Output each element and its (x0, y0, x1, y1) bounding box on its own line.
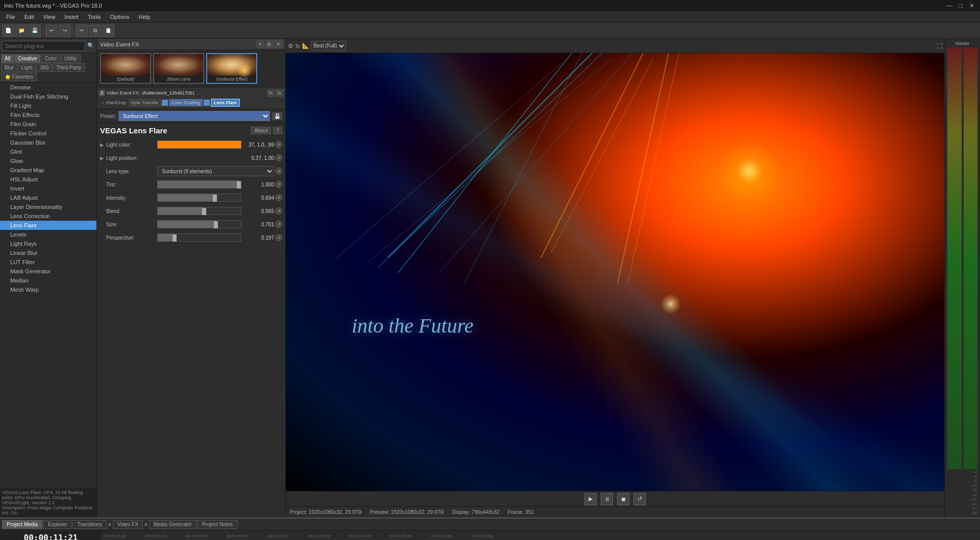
light-color-swatch[interactable] (157, 140, 241, 149)
tab-transitions[interactable]: Transitions (72, 520, 107, 529)
plugin-glow[interactable]: Glow (0, 156, 96, 166)
menu-file[interactable]: File (2, 13, 19, 21)
menu-view[interactable]: View (39, 13, 60, 21)
plugin-mask-gen[interactable]: Mask Generator (0, 267, 96, 276)
perspective-slider[interactable] (157, 233, 241, 242)
tab-utility[interactable]: Utility (61, 54, 80, 63)
thumb-35mm[interactable]: 35mm Lens (153, 53, 204, 84)
window-controls[interactable]: — □ ✕ (945, 2, 976, 9)
plugin-dual-fish-eye[interactable]: Dual Fish Eye Stitching (0, 92, 96, 101)
tab-creative[interactable]: Creative (14, 54, 40, 63)
plugin-flicker-control[interactable]: Flicker Control (0, 129, 96, 138)
light-pos-reset[interactable]: ↺ (275, 154, 282, 161)
preview-full-btn[interactable]: ⛶ (937, 43, 942, 49)
redo-btn[interactable]: ↪ (59, 25, 71, 37)
search-input[interactable] (2, 41, 85, 51)
lf-help-btn[interactable]: ? (273, 127, 282, 134)
perspective-thumb[interactable] (173, 234, 177, 242)
fx-close-icon[interactable]: ✕ (274, 40, 282, 48)
tab-color[interactable]: Color (41, 54, 60, 63)
preset-save-btn[interactable]: 💾 (272, 112, 282, 120)
plugin-lens-flare[interactable]: Lens Flare (0, 221, 96, 230)
size-reset[interactable]: ↺ (275, 221, 282, 228)
videofx-close[interactable]: ✕ (144, 522, 148, 527)
menu-help[interactable]: Help (134, 13, 154, 21)
thumb-sunburst[interactable]: Sunburst Effect (206, 53, 257, 84)
tab-third-party[interactable]: Third Party (53, 63, 85, 72)
menu-edit[interactable]: Edit (20, 13, 38, 21)
search-icon[interactable]: 🔍 (87, 42, 94, 49)
fx-color-grading-tab[interactable]: Color Grading (169, 99, 203, 106)
tab-light[interactable]: Light (18, 63, 36, 72)
lens-type-select[interactable]: Sunburst (8 elements) (157, 166, 274, 176)
plugin-lens-correction[interactable]: Lens Correction (0, 212, 96, 221)
tint-thumb[interactable] (237, 181, 241, 189)
lens-type-reset[interactable]: ↺ (275, 168, 282, 175)
plugin-hsl-adjust[interactable]: HSL Adjust (0, 175, 96, 184)
minimize-btn[interactable]: — (945, 2, 953, 9)
tab-blur[interactable]: Blur (1, 63, 17, 72)
play-btn[interactable]: ▶ (584, 493, 597, 505)
menu-insert[interactable]: Insert (60, 13, 83, 21)
menu-options[interactable]: Options (106, 13, 134, 21)
maximize-btn[interactable]: □ (957, 2, 965, 9)
color-grading-checkbox[interactable] (162, 100, 168, 106)
fx-pan-crop-btn[interactable]: → Pan/Crop (99, 100, 128, 106)
preview-quality-select[interactable]: Best (Full) (311, 41, 346, 51)
tint-slider[interactable] (157, 180, 241, 189)
size-slider[interactable] (157, 220, 241, 228)
plugin-gaussian-blur[interactable]: Gaussian Blur (0, 138, 96, 147)
plugin-layer-dim[interactable]: Layer Dimensionality (0, 202, 96, 212)
open-btn[interactable]: 📁 (15, 25, 28, 37)
lf-about-btn[interactable]: About (251, 127, 271, 134)
stop-btn[interactable]: ⏹ (617, 493, 629, 505)
plugin-film-grain[interactable]: Film Grain (0, 120, 96, 129)
close-btn[interactable]: ✕ (968, 2, 976, 9)
save-btn[interactable]: 💾 (29, 25, 41, 37)
tab-all[interactable]: All (1, 54, 14, 63)
cut-btn[interactable]: ✂ (76, 25, 88, 37)
tab-media-gen[interactable]: Media Generator (149, 520, 197, 529)
pause-btn[interactable]: ⏸ (601, 493, 613, 505)
fx-lens-flare-tab[interactable]: Lens Flare (211, 99, 240, 107)
fx-animate-btn[interactable]: fx (267, 89, 275, 97)
blend-reset[interactable]: ↺ (275, 207, 282, 215)
tab-project-notes[interactable]: Project Notes (198, 520, 237, 529)
tab-explorer[interactable]: Explorer (43, 520, 71, 529)
fx-menu-btn[interactable]: ≡ (257, 40, 264, 48)
light-color-reset[interactable]: ↺ (275, 141, 282, 148)
plugin-invert[interactable]: Invert (0, 184, 96, 193)
fx-grid-btn[interactable]: ⊞ (265, 40, 273, 48)
plugin-lut-filter[interactable]: LUT Filter (0, 257, 96, 267)
plugin-lab-adjust[interactable]: LAB Adjust (0, 193, 96, 202)
blend-thumb[interactable] (202, 208, 206, 215)
plugin-median[interactable]: Median (0, 276, 96, 285)
preset-select[interactable]: Sunburst Effect (118, 111, 270, 121)
plugin-levels[interactable]: Levels (0, 230, 96, 239)
lens-flare-checkbox[interactable] (204, 100, 210, 106)
fx-style-transfer-tab[interactable]: Style Transfer (129, 99, 161, 106)
fx-bypass-btn[interactable]: fx (276, 89, 283, 97)
tint-reset[interactable]: ↺ (275, 181, 282, 188)
new-btn[interactable]: 📄 (2, 25, 14, 37)
plugin-film-effects[interactable]: Film Effects (0, 110, 96, 120)
tab-video-fx[interactable]: Video FX (113, 520, 143, 529)
transitions-close[interactable]: ✕ (108, 522, 112, 527)
preview-ctrl2[interactable]: 📐 (302, 42, 309, 49)
paste-btn[interactable]: 📋 (102, 25, 114, 37)
loop-btn[interactable]: ↺ (633, 493, 646, 505)
thumb-default[interactable]: (Default) (100, 53, 151, 84)
plugin-linear-blur[interactable]: Linear Blur (0, 248, 96, 257)
intensity-thumb[interactable] (213, 195, 217, 202)
preview-ctrl1[interactable]: fx (296, 43, 300, 49)
perspective-reset[interactable]: ↺ (275, 234, 282, 241)
copy-btn[interactable]: ⧉ (89, 25, 101, 37)
plugin-gradient-map[interactable]: Gradient Map (0, 166, 96, 175)
plugin-glint[interactable]: Glint (0, 147, 96, 156)
plugin-light-rays[interactable]: Light Rays (0, 239, 96, 248)
plugin-denoise[interactable]: Denoise (0, 83, 96, 92)
size-thumb[interactable] (214, 221, 218, 228)
tab-360[interactable]: 360 (36, 63, 52, 72)
plugin-fill-light[interactable]: Fill Light (0, 101, 96, 110)
intensity-reset[interactable]: ↺ (275, 194, 282, 201)
